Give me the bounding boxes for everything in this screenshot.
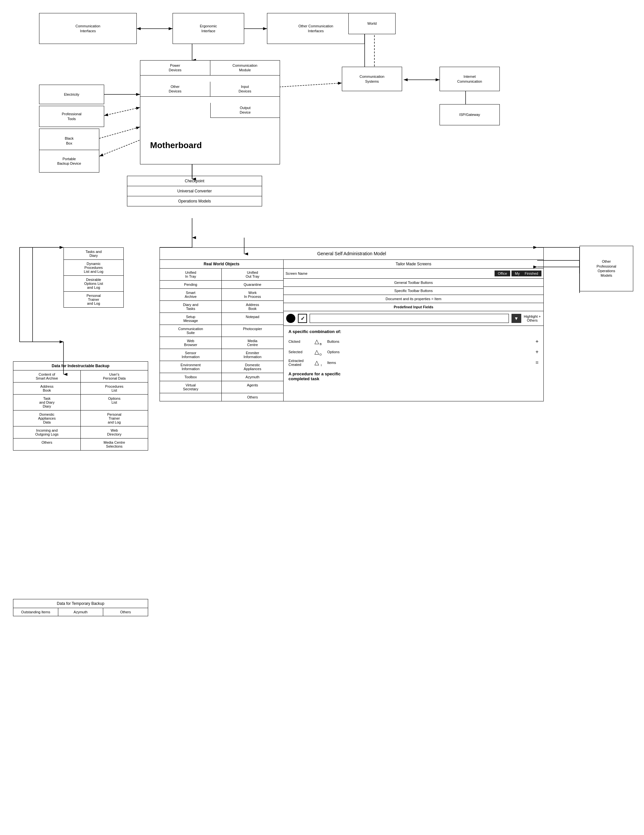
isp-gateway-label: ISP/Gateway [459,112,480,117]
electricity-label: Electricity [64,92,79,97]
ergonomic-interface-box: ErgonomicInterface [172,13,244,44]
other-comm-interfaces-label: Other CommunicationInterfaces [299,24,333,33]
professional-tools-label: ProfessionalTools [62,112,82,121]
professional-tools-box: ProfessionalTools [39,106,104,127]
electricity-box: Electricity [39,84,104,104]
internet-comm-label: InternetCommunication [457,74,482,84]
svg-line-17 [99,140,140,156]
svg-line-16 [99,127,140,138]
communication-interfaces-box: CommunicationInterfaces [39,13,137,44]
other-prof-ops-label: OtherProfessionalOperationsModels [597,259,616,278]
portable-backup-box: PortableBackup Device [39,150,99,172]
black-box-label: BlackBox [65,136,73,146]
ergonomic-interface-label: ErgonomicInterface [200,24,217,33]
motherboard-box: Motherboard PowerDevices CommunicationMo… [140,60,280,164]
svg-line-15 [104,107,140,115]
internet-comm-box: InternetCommunication [439,67,500,91]
world-box: World [348,13,395,34]
communication-interfaces-label: CommunicationInterfaces [76,24,100,33]
black-box-box: BlackBox [39,128,99,153]
isp-gateway-box: ISP/Gateway [439,104,500,125]
world-label: World [367,21,377,26]
portable-backup-label: PortableBackup Device [57,157,81,166]
other-prof-ops-box: OtherProfessionalOperationsModels [579,246,633,291]
comm-systems-box: CommunicationSystems [342,67,402,91]
comm-systems-label: CommunicationSystems [359,74,384,84]
